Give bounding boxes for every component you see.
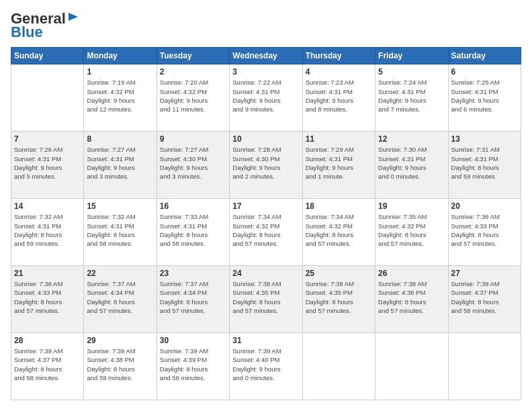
day-detail: Sunrise: 7:22 AM Sunset: 4:31 PM Dayligh… xyxy=(232,78,299,113)
day-number: 8 xyxy=(87,134,153,144)
day-number: 21 xyxy=(14,269,81,278)
calendar-cell xyxy=(11,64,84,132)
calendar-week-row: 7Sunrise: 7:26 AM Sunset: 4:31 PM Daylig… xyxy=(11,132,521,199)
calendar-cell: 19Sunrise: 7:35 AM Sunset: 4:32 PM Dayli… xyxy=(375,199,448,266)
page: General Blue SundayMondayTuesdayWednesda… xyxy=(0,0,532,411)
day-number: 5 xyxy=(378,67,445,77)
calendar-cell: 12Sunrise: 7:30 AM Sunset: 4:31 PM Dayli… xyxy=(375,132,448,199)
calendar-week-row: 21Sunrise: 7:36 AM Sunset: 4:33 PM Dayli… xyxy=(11,266,521,333)
day-detail: Sunrise: 7:39 AM Sunset: 4:40 PM Dayligh… xyxy=(232,347,299,382)
header: General Blue xyxy=(11,11,521,40)
day-detail: Sunrise: 7:32 AM Sunset: 4:31 PM Dayligh… xyxy=(87,212,153,248)
day-number: 12 xyxy=(378,134,445,144)
calendar-cell: 25Sunrise: 7:38 AM Sunset: 4:35 PM Dayli… xyxy=(302,266,375,333)
weekday-header-cell: Tuesday xyxy=(157,48,229,64)
calendar-cell: 2Sunrise: 7:20 AM Sunset: 4:32 PM Daylig… xyxy=(157,64,229,132)
day-number: 17 xyxy=(232,201,299,211)
day-number: 2 xyxy=(160,67,226,77)
calendar-cell: 26Sunrise: 7:38 AM Sunset: 4:36 PM Dayli… xyxy=(375,266,448,333)
day-number: 20 xyxy=(451,201,518,211)
calendar-week-row: 28Sunrise: 7:39 AM Sunset: 4:37 PM Dayli… xyxy=(11,333,521,400)
day-detail: Sunrise: 7:27 AM Sunset: 4:30 PM Dayligh… xyxy=(160,145,226,181)
calendar-cell: 17Sunrise: 7:34 AM Sunset: 4:32 PM Dayli… xyxy=(230,199,302,266)
calendar-cell: 28Sunrise: 7:39 AM Sunset: 4:37 PM Dayli… xyxy=(11,333,84,400)
calendar-cell: 11Sunrise: 7:29 AM Sunset: 4:31 PM Dayli… xyxy=(302,132,375,199)
day-detail: Sunrise: 7:26 AM Sunset: 4:31 PM Dayligh… xyxy=(14,145,81,181)
calendar-cell: 9Sunrise: 7:27 AM Sunset: 4:30 PM Daylig… xyxy=(157,132,229,199)
weekday-header-cell: Friday xyxy=(375,48,448,64)
calendar-cell xyxy=(448,333,521,400)
day-number: 18 xyxy=(306,201,372,211)
calendar-cell: 6Sunrise: 7:25 AM Sunset: 4:31 PM Daylig… xyxy=(448,64,521,132)
calendar-cell: 14Sunrise: 7:32 AM Sunset: 4:31 PM Dayli… xyxy=(11,199,84,266)
day-detail: Sunrise: 7:39 AM Sunset: 4:37 PM Dayligh… xyxy=(14,347,81,382)
day-detail: Sunrise: 7:31 AM Sunset: 4:31 PM Dayligh… xyxy=(451,145,518,181)
calendar-cell: 23Sunrise: 7:37 AM Sunset: 4:34 PM Dayli… xyxy=(157,266,229,333)
weekday-header-cell: Saturday xyxy=(448,48,521,64)
day-number: 26 xyxy=(378,269,445,278)
logo: General Blue xyxy=(11,11,79,40)
weekday-header-row: SundayMondayTuesdayWednesdayThursdayFrid… xyxy=(11,48,521,64)
day-detail: Sunrise: 7:36 AM Sunset: 4:33 PM Dayligh… xyxy=(451,212,518,248)
day-detail: Sunrise: 7:27 AM Sunset: 4:31 PM Dayligh… xyxy=(87,145,153,181)
day-number: 1 xyxy=(87,67,153,77)
day-detail: Sunrise: 7:24 AM Sunset: 4:31 PM Dayligh… xyxy=(378,78,445,113)
weekday-header-cell: Sunday xyxy=(11,48,84,64)
calendar-cell: 15Sunrise: 7:32 AM Sunset: 4:31 PM Dayli… xyxy=(84,199,157,266)
day-number: 28 xyxy=(14,336,81,345)
calendar-cell: 24Sunrise: 7:38 AM Sunset: 4:35 PM Dayli… xyxy=(230,266,302,333)
day-detail: Sunrise: 7:39 AM Sunset: 4:38 PM Dayligh… xyxy=(87,347,153,382)
calendar-cell: 18Sunrise: 7:34 AM Sunset: 4:32 PM Dayli… xyxy=(302,199,375,266)
calendar-cell: 20Sunrise: 7:36 AM Sunset: 4:33 PM Dayli… xyxy=(448,199,521,266)
calendar-cell: 21Sunrise: 7:36 AM Sunset: 4:33 PM Dayli… xyxy=(11,266,84,333)
day-detail: Sunrise: 7:37 AM Sunset: 4:34 PM Dayligh… xyxy=(160,279,226,315)
day-detail: Sunrise: 7:23 AM Sunset: 4:31 PM Dayligh… xyxy=(306,78,372,113)
calendar-cell: 22Sunrise: 7:37 AM Sunset: 4:34 PM Dayli… xyxy=(84,266,157,333)
day-number: 19 xyxy=(378,201,445,211)
day-number: 6 xyxy=(451,67,518,77)
calendar-cell: 4Sunrise: 7:23 AM Sunset: 4:31 PM Daylig… xyxy=(302,64,375,132)
calendar-cell: 5Sunrise: 7:24 AM Sunset: 4:31 PM Daylig… xyxy=(375,64,448,132)
calendar-cell: 10Sunrise: 7:28 AM Sunset: 4:30 PM Dayli… xyxy=(230,132,302,199)
day-number: 13 xyxy=(451,134,518,144)
day-detail: Sunrise: 7:37 AM Sunset: 4:34 PM Dayligh… xyxy=(87,279,153,315)
day-detail: Sunrise: 7:20 AM Sunset: 4:32 PM Dayligh… xyxy=(160,78,226,113)
svg-marker-0 xyxy=(69,13,78,21)
calendar-cell: 3Sunrise: 7:22 AM Sunset: 4:31 PM Daylig… xyxy=(230,64,302,132)
day-detail: Sunrise: 7:39 AM Sunset: 4:39 PM Dayligh… xyxy=(160,347,226,382)
calendar-week-row: 14Sunrise: 7:32 AM Sunset: 4:31 PM Dayli… xyxy=(11,199,521,266)
weekday-header-cell: Thursday xyxy=(302,48,375,64)
calendar-week-row: 1Sunrise: 7:19 AM Sunset: 4:32 PM Daylig… xyxy=(11,64,521,132)
day-number: 25 xyxy=(306,269,372,278)
calendar-cell xyxy=(375,333,448,400)
day-number: 7 xyxy=(14,134,81,144)
calendar-cell: 30Sunrise: 7:39 AM Sunset: 4:39 PM Dayli… xyxy=(157,333,229,400)
day-detail: Sunrise: 7:34 AM Sunset: 4:32 PM Dayligh… xyxy=(232,212,299,248)
day-number: 31 xyxy=(232,336,299,345)
day-detail: Sunrise: 7:32 AM Sunset: 4:31 PM Dayligh… xyxy=(14,212,81,248)
day-number: 3 xyxy=(232,67,299,77)
day-number: 29 xyxy=(87,336,153,345)
day-detail: Sunrise: 7:28 AM Sunset: 4:30 PM Dayligh… xyxy=(232,145,299,181)
day-number: 9 xyxy=(160,134,226,144)
day-number: 14 xyxy=(14,201,81,211)
day-detail: Sunrise: 7:38 AM Sunset: 4:36 PM Dayligh… xyxy=(378,279,445,315)
day-detail: Sunrise: 7:36 AM Sunset: 4:33 PM Dayligh… xyxy=(14,279,81,315)
day-detail: Sunrise: 7:34 AM Sunset: 4:32 PM Dayligh… xyxy=(306,212,372,248)
day-detail: Sunrise: 7:39 AM Sunset: 4:37 PM Dayligh… xyxy=(451,279,518,315)
day-number: 4 xyxy=(306,67,372,77)
day-detail: Sunrise: 7:38 AM Sunset: 4:35 PM Dayligh… xyxy=(232,279,299,315)
day-number: 15 xyxy=(87,201,153,211)
weekday-header-cell: Monday xyxy=(84,48,157,64)
day-number: 24 xyxy=(232,269,299,278)
day-detail: Sunrise: 7:33 AM Sunset: 4:31 PM Dayligh… xyxy=(160,212,226,248)
day-detail: Sunrise: 7:30 AM Sunset: 4:31 PM Dayligh… xyxy=(378,145,445,181)
calendar-cell: 27Sunrise: 7:39 AM Sunset: 4:37 PM Dayli… xyxy=(448,266,521,333)
calendar-cell: 31Sunrise: 7:39 AM Sunset: 4:40 PM Dayli… xyxy=(230,333,302,400)
day-detail: Sunrise: 7:29 AM Sunset: 4:31 PM Dayligh… xyxy=(306,145,372,181)
calendar-cell: 16Sunrise: 7:33 AM Sunset: 4:31 PM Dayli… xyxy=(157,199,229,266)
day-number: 23 xyxy=(160,269,226,278)
calendar-cell xyxy=(302,333,375,400)
calendar-body: 1Sunrise: 7:19 AM Sunset: 4:32 PM Daylig… xyxy=(11,64,521,400)
day-number: 27 xyxy=(451,269,518,278)
